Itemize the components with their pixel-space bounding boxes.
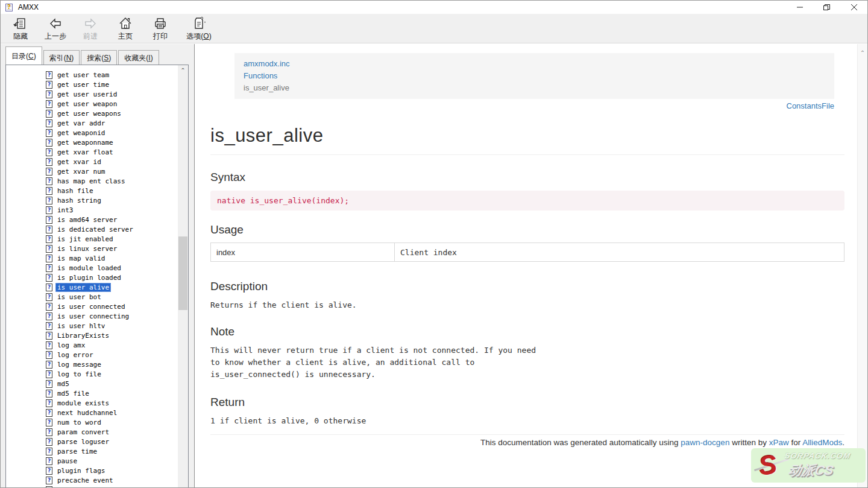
help-topic-icon: ?	[46, 274, 52, 282]
tree-item[interactable]: ?has map ent class	[46, 176, 188, 186]
tree-scrollbar-thumb[interactable]	[178, 236, 187, 310]
tree-item[interactable]: ?is jit enabled	[46, 234, 188, 244]
help-topic-icon: ?	[46, 110, 52, 118]
tree-item[interactable]: ?get user time	[46, 80, 188, 89]
return-text: 1 if client is alive, 0 otherwise	[210, 415, 844, 427]
help-topic-icon: ?	[46, 129, 52, 137]
help-topic-icon: ?	[46, 322, 52, 330]
minimize-button[interactable]	[786, 1, 813, 14]
help-viewer-window: ? AMXX 隐藏 上	[0, 0, 868, 488]
xpaw-link[interactable]: xPaw	[769, 438, 789, 447]
pawn-docgen-link[interactable]: pawn-docgen	[681, 438, 729, 447]
help-topic-icon: ?	[46, 332, 52, 340]
help-topic-icon: ?	[46, 409, 52, 417]
tree-item[interactable]: ?int3	[46, 205, 188, 215]
usage-desc-cell: Client index	[395, 243, 844, 262]
forward-button[interactable]: 前进	[73, 14, 108, 42]
help-topic-icon: ?	[46, 428, 52, 436]
help-topic-icon: ?	[46, 177, 52, 185]
tree-item[interactable]: ?is linux server	[46, 244, 188, 253]
help-topic-icon: ?	[46, 341, 52, 349]
options-button[interactable]: 选项(O)	[178, 14, 220, 42]
file-link[interactable]: File	[822, 101, 834, 110]
help-topic-icon: ?	[46, 293, 52, 301]
tree-item[interactable]: ?	[46, 485, 188, 487]
tree-item[interactable]: ?precache event	[46, 475, 188, 485]
help-topic-icon: ?	[46, 158, 52, 166]
tree-item[interactable]: ?plugin flags	[46, 466, 188, 475]
tree-item[interactable]: ?is user bot	[46, 292, 188, 302]
tree-item[interactable]: ?is user connected	[46, 302, 188, 311]
home-button[interactable]: 主页	[108, 14, 143, 42]
tree-item[interactable]: ?get xvar num	[46, 166, 188, 176]
page-title: is_user_alive	[210, 125, 844, 155]
tree-item[interactable]: ?is module loaded	[46, 263, 188, 273]
tree-item[interactable]: ?next hudchannel	[46, 408, 188, 417]
tree-scrollbar[interactable]: ⌃	[178, 65, 188, 487]
tree-item[interactable]: ?get user weapon	[46, 99, 188, 109]
help-topic-icon: ?	[46, 90, 52, 98]
tree-item[interactable]: ?param convert	[46, 427, 188, 437]
tree-item[interactable]: ?get xvar float	[46, 147, 188, 157]
tree-item[interactable]: ?get user team	[46, 70, 188, 80]
tree-item[interactable]: ?is map valid	[46, 253, 188, 263]
tree-item[interactable]: ?is dedicated server	[46, 224, 188, 234]
window-title: AMXX	[18, 3, 39, 11]
toolbar: 隐藏 上一步 前进 主页	[1, 14, 867, 43]
restore-button[interactable]	[813, 1, 840, 14]
tree-item[interactable]: ?log error	[46, 350, 188, 360]
tree-item[interactable]: ?LibraryExists	[46, 331, 188, 340]
tree-item[interactable]: ?hash file	[46, 186, 188, 195]
tree-item[interactable]: ?get xvar id	[46, 157, 188, 166]
tab-index[interactable]: 索引(N)	[43, 50, 80, 65]
tree-item[interactable]: ?pause	[46, 456, 188, 466]
breadcrumb-link-functions[interactable]: Functions	[244, 71, 277, 80]
help-topic-icon: ?	[46, 457, 52, 465]
alliedmods-link[interactable]: AlliedMods	[802, 438, 842, 447]
tree-item[interactable]: ?parse time	[46, 446, 188, 456]
tree-item[interactable]: ?get user weapons	[46, 109, 188, 118]
tree-item[interactable]: ?md5 file	[46, 388, 188, 398]
note-heading: Note	[210, 325, 844, 338]
help-topic-icon: ?	[46, 216, 52, 224]
syntax-heading: Syntax	[210, 171, 844, 184]
tab-favorites[interactable]: 收藏夹(I)	[118, 50, 159, 65]
breadcrumb-link-amxmodx-inc[interactable]: amxmodx.inc	[244, 59, 290, 68]
tree-item[interactable]: ?get user userid	[46, 89, 188, 99]
tree-item[interactable]: ?md5	[46, 379, 188, 388]
close-button[interactable]	[840, 1, 867, 14]
tree-item[interactable]: ?module exists	[46, 398, 188, 408]
hide-button[interactable]: 隐藏	[3, 14, 38, 42]
back-button[interactable]: 上一步	[38, 14, 73, 42]
hide-label: 隐藏	[13, 31, 28, 42]
tree-item[interactable]: ?get weaponid	[46, 128, 188, 138]
tree-item[interactable]: ?is amd64 server	[46, 215, 188, 224]
help-topic-icon: ?	[46, 148, 52, 156]
tree-item[interactable]: ?log to file	[46, 369, 188, 379]
tree-item[interactable]: ?log message	[46, 360, 188, 369]
tree-item[interactable]: ?hash string	[46, 195, 188, 205]
forward-arrow-icon	[83, 16, 98, 31]
tree-item[interactable]: ?num to word	[46, 417, 188, 427]
nav-tabs: 目录(C) 索引(N) 搜索(S) 收藏夹(I)	[5, 46, 160, 65]
tree-item[interactable]: ?is user connecting	[46, 311, 188, 321]
back-label: 上一步	[45, 31, 66, 42]
tree-item[interactable]: ?get var addr	[46, 118, 188, 128]
tab-contents[interactable]: 目录(C)	[5, 46, 42, 65]
scroll-up-icon[interactable]: ⌃	[858, 49, 867, 57]
tree-item[interactable]: ?is plugin loaded	[46, 273, 188, 282]
tree-item[interactable]: ?get weaponname	[46, 138, 188, 147]
tree-item[interactable]: ?parse loguser	[46, 437, 188, 446]
usage-heading: Usage	[210, 223, 844, 236]
tab-search[interactable]: 搜索(S)	[81, 50, 117, 65]
print-button[interactable]: 打印	[143, 14, 178, 42]
constants-link[interactable]: Constants	[787, 101, 822, 110]
tree-item[interactable]: ?is user hltv	[46, 321, 188, 331]
help-topic-icon: ?	[46, 235, 52, 243]
tree-item[interactable]: ?is user alive	[46, 282, 188, 292]
content-scrollbar[interactable]: ⌃	[857, 44, 867, 487]
usage-param-cell: index	[211, 243, 395, 262]
help-topic-icon: ?	[46, 390, 52, 398]
scroll-up-icon[interactable]: ⌃	[178, 66, 188, 75]
tree-item[interactable]: ?log amx	[46, 340, 188, 350]
